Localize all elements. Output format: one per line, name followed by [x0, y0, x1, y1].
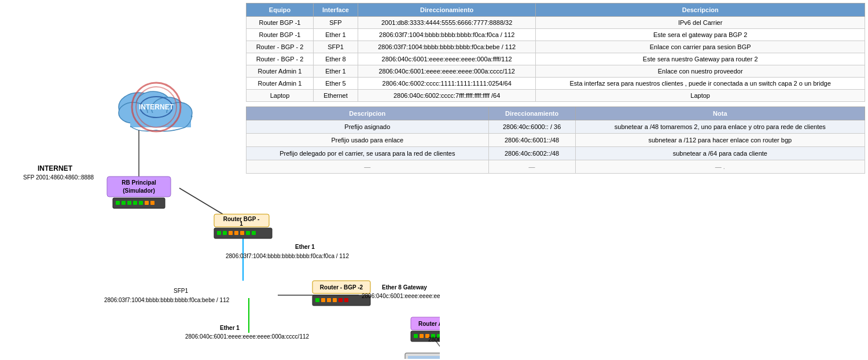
svg-rect-49	[312, 295, 370, 306]
svg-point-3	[167, 102, 192, 123]
svg-rect-30	[214, 214, 269, 227]
cell2-direccionamiento: 2806:40c:6000:: / 36	[488, 120, 575, 134]
cell2-nota: subnetear a /112 para hacer enlace con r…	[575, 134, 865, 147]
svg-rect-40	[252, 231, 256, 235]
svg-rect-42	[263, 231, 267, 235]
svg-point-2	[152, 97, 184, 120]
svg-rect-50	[315, 298, 319, 302]
col-header-descripcion: Descripcion	[536, 3, 865, 17]
svg-rect-39	[246, 231, 250, 235]
svg-rect-21	[113, 198, 165, 208]
svg-rect-51	[321, 298, 325, 302]
col-header-interface: Interface	[314, 3, 358, 17]
svg-text:Ether 8 Gateway: Ether 8 Gateway	[382, 284, 427, 291]
svg-rect-67	[431, 334, 435, 338]
svg-rect-36	[229, 231, 233, 235]
svg-rect-56	[350, 298, 354, 302]
svg-line-11	[179, 188, 223, 214]
svg-rect-47	[312, 281, 370, 293]
svg-text:INTERNET: INTERNET	[139, 103, 174, 111]
cell2-nota: — .	[575, 160, 865, 174]
svg-rect-27	[145, 201, 149, 205]
svg-rect-65	[420, 334, 424, 338]
cell-descripcion: Enlace con nuestro proveedor	[536, 65, 865, 78]
cell-descripcion: Esta interfaz sera para nuestros cliente…	[536, 78, 865, 90]
cell2-direccionamiento: 2806:40c:6002::/48	[488, 147, 575, 160]
svg-rect-24	[127, 201, 131, 205]
svg-text:Router Admin 1: Router Admin 1	[418, 321, 440, 327]
cell-interface: Ether 1	[314, 29, 358, 41]
cell-descripcion: Laptop	[536, 90, 865, 102]
cell2-direccionamiento: 2806:40c:6001::/48	[488, 134, 575, 147]
table-row: Router BGP -1Ether 12806:03f7:1004:bbbb:…	[247, 29, 865, 41]
svg-text:2806:03f7:1004:bbbb:bbbb:bbbb:: 2806:03f7:1004:bbbb:bbbb:bbbb:f0ca:f0ca …	[226, 253, 349, 259]
svg-point-8	[140, 97, 172, 117]
svg-rect-53	[333, 298, 337, 302]
table-row: Router - BGP - 2Ether 82806:040c:6001:ee…	[247, 53, 865, 65]
svg-rect-38	[240, 231, 244, 235]
cell-direccionamiento: 2806:040c:6001:eeee:eeee:eeee:000a:ffff/…	[358, 53, 535, 65]
svg-rect-25	[133, 201, 137, 205]
svg-rect-61	[411, 317, 440, 330]
svg-text:2806:040c:6001:eeee:eeee:eeee:: 2806:040c:6001:eeee:eeee:eeee:000a:ffff/…	[362, 293, 440, 299]
svg-text:Ether 1: Ether 1	[220, 325, 240, 331]
cell-direccionamiento: 2806:03f7:1004:bbbb:bbbb:bbbb:f0ca:f0ca …	[358, 29, 535, 41]
cell2-nota: subnetear a /64 para cada cliente	[575, 147, 865, 160]
svg-point-0	[119, 93, 159, 122]
svg-rect-55	[344, 298, 348, 302]
cell-equipo: Router BGP -1	[247, 29, 314, 41]
svg-text:2806:40c:6002:cccc:1111:1111:1: 2806:40c:6002:cccc:1111:1111:1111:0254/6…	[428, 336, 440, 343]
cell-equipo: Router - BGP - 2	[247, 53, 314, 65]
svg-line-15	[434, 339, 440, 359]
svg-rect-37	[234, 231, 238, 235]
cell-interface: SFP1	[314, 41, 358, 53]
cell-equipo: Router - BGP - 2	[247, 41, 314, 53]
svg-text:2806:040c:6001:eeee:eeee:eeee:: 2806:040c:6001:eeee:eeee:eeee:000a:cccc/…	[185, 333, 310, 340]
svg-rect-29	[156, 201, 160, 205]
svg-rect-26	[139, 201, 143, 205]
svg-text:Ether 1: Ether 1	[295, 244, 315, 250]
svg-rect-80	[408, 356, 440, 359]
table-row: Router - BGP - 2SFP12806:03f7:1004:bbbb:…	[247, 41, 865, 53]
cell-direccionamiento: 2806:03f7:1004:bbbb:bbbb:bbbb:f0ca:bebe …	[358, 41, 535, 53]
col2-header-direccionamiento: Direccionamiento	[488, 107, 575, 120]
svg-point-7	[136, 87, 176, 127]
svg-rect-35	[223, 231, 227, 235]
table-row: Router BGP -1SFP2001:db8:3333:4444:5555:…	[247, 17, 865, 29]
svg-point-1	[136, 91, 171, 117]
svg-text:Router BGP -: Router BGP -	[223, 216, 260, 222]
svg-rect-22	[116, 201, 120, 205]
svg-text:2806:03f7:1004:bbbb:bbbb:bbbb:: 2806:03f7:1004:bbbb:bbbb:bbbb:f0ca:bebe …	[104, 297, 230, 303]
svg-rect-52	[327, 298, 331, 302]
cell-equipo: Router BGP -1	[247, 17, 314, 29]
svg-rect-18	[107, 177, 171, 197]
svg-point-4	[119, 102, 148, 123]
col2-header-nota: Nota	[575, 107, 865, 120]
svg-text:SFP1: SFP1	[174, 288, 188, 294]
cell-interface: SFP	[314, 17, 358, 29]
cell2-direccionamiento: —	[488, 160, 575, 174]
svg-rect-63	[411, 331, 440, 341]
svg-rect-5	[130, 113, 191, 127]
col-header-direccionamiento: Direccionamiento	[358, 3, 535, 17]
svg-text:1: 1	[240, 221, 243, 227]
cell-direccionamiento: 2001:db8:3333:4444:5555:6666:7777:8888/3…	[358, 17, 535, 29]
svg-text:INTERNET: INTERNET	[38, 164, 73, 172]
svg-rect-68	[437, 334, 440, 338]
svg-text:RB Principal: RB Principal	[122, 179, 156, 186]
svg-rect-34	[217, 231, 221, 235]
cell-descripcion: Este sera el gateway para BGP 2	[536, 29, 865, 41]
svg-rect-57	[356, 298, 360, 302]
cell-interface: Ether 8	[314, 53, 358, 65]
svg-text:SFP 2001:4860:4860::8888: SFP 2001:4860:4860::8888	[23, 174, 94, 181]
svg-point-6	[132, 83, 181, 131]
diagram-section: INTERNET INTERNET SFP 2001:4860:4860::88…	[0, 75, 440, 359]
svg-rect-23	[122, 201, 126, 205]
svg-rect-54	[339, 298, 343, 302]
svg-rect-66	[425, 334, 429, 338]
svg-text:Router - BGP -2: Router - BGP -2	[320, 284, 363, 291]
svg-rect-41	[258, 231, 262, 235]
svg-rect-33	[214, 228, 272, 238]
svg-rect-79	[405, 353, 440, 359]
cell-descripcion: IPv6 del Carrier	[536, 17, 865, 29]
